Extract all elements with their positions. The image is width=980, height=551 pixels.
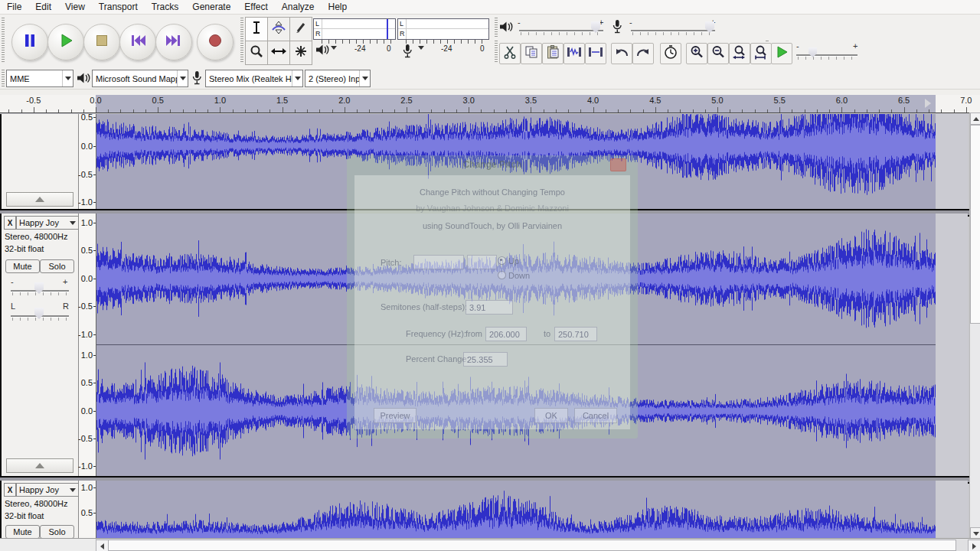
envelope-tool-button[interactable] [267,17,290,41]
ok-button[interactable]: OK [534,408,568,423]
transport-toolbar-grip[interactable] [2,18,5,64]
pitch-up-radio[interactable] [498,256,506,265]
pitch-down-radio[interactable] [498,271,506,279]
stop-button[interactable] [83,24,120,60]
pitch-up-label: Up [508,256,519,266]
record-button[interactable] [197,24,234,60]
edit-toolbar-grip[interactable] [495,41,498,64]
pitch-to-select[interactable] [467,255,497,269]
recording-meter-mic-icon[interactable] [401,44,413,62]
zoom-in-button[interactable] [686,43,707,64]
audio-host-value: MME [7,74,62,83]
menu-effect[interactable]: Effect [237,0,274,14]
trim-button[interactable] [564,43,585,64]
undo-button[interactable] [611,43,632,64]
track1-empty-region[interactable] [936,114,968,209]
playback-meter-speaker-icon[interactable] [315,44,329,59]
track3-empty-region[interactable] [936,481,968,539]
track3-close-button[interactable]: X [4,483,16,497]
recording-channels-select[interactable]: 2 (Stereo) Inp [305,70,371,87]
recording-meter[interactable]: L R [397,18,489,40]
track2-name-menu[interactable]: Happy Joy [16,216,79,230]
menu-help[interactable]: Help [322,0,354,14]
track2-vertical-ruler[interactable]: 1.00.50.0-0.5-1.01.00.50.0-0.5-1.0 [79,214,96,476]
chevron-down-icon [177,70,188,86]
fit-selection-button[interactable] [729,43,750,64]
scroll-left-button[interactable] [96,540,109,551]
track1-collapse-button[interactable] [6,192,74,207]
vertical-scrollbar[interactable] [969,112,980,538]
cancel-button[interactable]: Cancel [574,408,617,423]
track2-empty-region[interactable] [936,214,968,476]
tools-toolbar-grip[interactable] [240,18,243,64]
copy-button[interactable] [521,43,542,64]
redo-button[interactable] [632,43,654,64]
audio-host-select[interactable]: MME [6,70,74,87]
vertical-scroll-thumb[interactable] [970,125,980,324]
skip-to-end-button[interactable] [155,24,192,60]
track2-mute-button[interactable]: Mute [5,259,40,273]
track3-name-menu[interactable]: Happy Joy [16,483,79,497]
playback-device-select[interactable]: Microsoft Sound Mapper [92,70,188,87]
menu-file[interactable]: File [0,0,28,14]
preview-button[interactable]: Preview [374,408,416,423]
scroll-up-button[interactable] [970,112,980,125]
track3-control-panel[interactable]: X Happy Joy Stereo, 48000Hz 32-bit float… [0,481,79,539]
track3-solo-button[interactable]: Solo [40,525,74,539]
recording-meter-dropdown[interactable] [418,50,424,64]
zoom-tool-button[interactable] [245,41,268,65]
recording-device-select[interactable]: Stereo Mix (Realtek High [205,70,303,87]
zoom-in-icon [689,44,704,63]
skip-to-start-button[interactable] [119,24,156,60]
ruler-tick [93,306,96,307]
scroll-right-button[interactable] [968,540,980,551]
playback-meter-peak-line [387,19,388,39]
track3-waveform-canvas[interactable] [96,481,936,539]
menu-tracks[interactable]: Tracks [145,0,186,14]
zoom-out-button[interactable] [707,43,729,64]
device-toolbar-grip[interactable] [2,70,5,86]
mixer-toolbar-grip[interactable] [495,18,498,37]
frequency-to-input[interactable]: 250.710 [554,327,597,341]
semitones-input[interactable]: 3.91 [466,300,513,315]
track1-vertical-ruler[interactable]: 0.50.0-0.5-1.0 [79,114,96,209]
paste-button[interactable] [542,43,564,64]
frequency-from-input[interactable]: 206.000 [485,327,527,341]
menu-generate[interactable]: Generate [185,0,237,14]
menu-analyze[interactable]: Analyze [275,0,322,14]
ruler-tick [93,355,96,356]
silence-button[interactable] [585,43,606,64]
percent-change-input[interactable]: 25.355 [463,352,508,367]
ruler-tick [93,334,96,335]
play-at-speed-button[interactable] [771,43,792,64]
playback-meter[interactable]: L R [313,18,396,40]
track2-collapse-button[interactable] [6,458,74,473]
cut-button[interactable] [499,43,521,64]
menu-edit[interactable]: Edit [28,0,58,14]
menu-transport[interactable]: Transport [92,0,145,14]
track3-vertical-ruler[interactable]: 1.00.5 [79,481,96,539]
playback-meter-dropdown[interactable] [331,50,337,64]
fit-project-button[interactable] [750,43,772,64]
zoom-tool-icon [249,44,264,62]
sync-lock-button[interactable] [660,43,681,64]
timeline-tick [283,107,283,112]
time-shift-tool-button[interactable] [267,41,290,65]
track1-control-panel[interactable] [0,114,79,209]
multi-tool-button[interactable] [289,41,312,65]
track2-solo-button[interactable]: Solo [40,259,74,273]
track2-control-panel[interactable]: X Happy Joy Stereo, 48000Hz 32-bit float… [0,214,79,476]
timeline-ruler[interactable]: -0.50.00.51.01.52.02.53.03.54.04.55.05.5… [0,95,980,113]
menu-view[interactable]: View [58,0,92,14]
draw-tool-button[interactable] [289,17,312,41]
dialog-close-button[interactable] [610,158,626,171]
horizontal-scroll-thumb[interactable] [108,540,956,551]
pitch-from-select[interactable] [413,255,464,269]
timeline-tick [841,107,842,112]
pause-button[interactable] [11,24,48,60]
track3-mute-button[interactable]: Mute [5,525,40,539]
selection-tool-button[interactable] [245,17,268,41]
track2-close-button[interactable]: X [4,216,16,230]
play-button[interactable] [47,24,84,60]
horizontal-scrollbar[interactable] [0,538,980,551]
